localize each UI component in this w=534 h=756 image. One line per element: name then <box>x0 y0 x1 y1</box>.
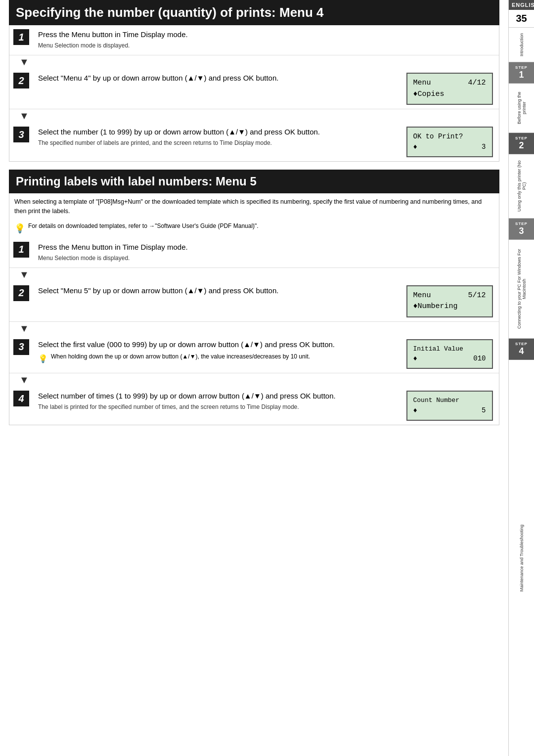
s2-step2-lcd: Menu 5/12 ♦Numbering <box>406 285 493 317</box>
step3-tab: STEP 3 <box>509 219 534 240</box>
s2-step2-main-text: Select "Menu 5" by up or down arrow butt… <box>38 285 395 296</box>
s2-step1-main-text: Press the Menu button in Time Display mo… <box>38 242 494 252</box>
section1-header: Specifying the number (quantity) of prin… <box>9 0 499 25</box>
s2-step2-number: 2 <box>13 285 29 301</box>
step3-lcd-value: 3 <box>482 142 486 152</box>
s2-step4-lcd-line2: ♦ 5 <box>413 405 486 416</box>
sidebar-maintenance: Maintenance and Troubleshooting <box>518 521 525 596</box>
page-number: 35 <box>509 10 534 28</box>
right-sidebar: ENGLISH 35 Introduction STEP 1 Before us… <box>508 0 534 756</box>
s2-step3-lcd-line1: Initial Value <box>413 344 486 354</box>
step3-lcd-line2: ♦ 3 <box>413 142 486 152</box>
s2-step3-content: Select the first value (000 to 999) by u… <box>33 335 400 373</box>
s2-step2-lcd-line1: Menu 5/12 <box>413 290 486 302</box>
step3-lcd-arrow: ♦ <box>413 142 417 152</box>
step1-sub-text: Menu Selection mode is displayed. <box>38 42 494 50</box>
arrow2: ▼ <box>9 109 499 123</box>
step2-number-col: 2 <box>9 69 33 109</box>
note-text: For details on downloaded templates, ref… <box>28 222 259 230</box>
main-content: Specifying the number (quantity) of prin… <box>0 0 508 442</box>
s2-step4-number: 4 <box>13 391 29 406</box>
step2-display: Menu 4/12 ♦Copies <box>400 69 499 109</box>
s2-step4-display: Count Number ♦ 5 <box>400 387 499 425</box>
s2-step3-lcd: Initial Value ♦ 010 <box>406 339 493 369</box>
s2-step3-lcd-arrow: ♦ <box>413 354 417 364</box>
step2-lcd: Menu 4/12 ♦Copies <box>406 73 493 105</box>
s2-step1-number: 1 <box>13 242 29 258</box>
s2-step2-content: Select "Menu 5" by up or down arrow butt… <box>33 281 400 321</box>
section1-step2: 2 Select "Menu 4" by up or down arrow bu… <box>9 69 499 109</box>
section1-step1: 1 Press the Menu button in Time Display … <box>9 25 499 55</box>
section2-step4: 4 Select number of times (1 to 999) by u… <box>9 387 499 425</box>
s2-step3-note: 💡 When holding down the up or down arrow… <box>38 353 395 364</box>
s2-step1-sub-text: Menu Selection mode is displayed. <box>38 254 494 263</box>
s2-step2-display: Menu 5/12 ♦Numbering <box>400 281 499 321</box>
step1-tab: STEP 1 <box>509 62 534 84</box>
step1-number-col: 1 <box>9 25 33 55</box>
note-icon: 💡 <box>14 223 25 234</box>
section2-step1: 1 Press the Menu button in Time Display … <box>9 238 499 268</box>
section2-steps: 1 Press the Menu button in Time Display … <box>9 238 499 425</box>
step3-lcd: OK to Print? ♦ 3 <box>406 127 493 157</box>
s2-arrow3: ▼ <box>9 373 499 387</box>
step1-number: 1 <box>13 29 29 45</box>
s2-step2-menu: Menu <box>413 290 431 302</box>
sidebar-using-printer: Using only this printer (No PC) <box>516 154 528 218</box>
s2-step2-page: 5/12 <box>468 290 486 302</box>
section2-intro: When selecting a template of "[P08]Msg+N… <box>9 193 499 220</box>
sidebar-before-printer: Before using the printer <box>516 84 528 133</box>
s2-step2-number-col: 2 <box>9 281 33 321</box>
s2-step4-main-text: Select number of times (1 to 999) by up … <box>38 391 395 401</box>
step2-lcd-line1: Menu 4/12 <box>413 78 486 89</box>
s2-step3-note-text: When holding down the up or down arrow b… <box>51 353 310 361</box>
s2-step4-content: Select number of times (1 to 999) by up … <box>33 387 400 425</box>
section2-step3: 3 Select the first value (000 to 999) by… <box>9 335 499 374</box>
sidebar-language-label: ENGLISH <box>509 0 534 10</box>
s2-step4-number-col: 4 <box>9 387 33 425</box>
section1-steps: 1 Press the Menu button in Time Display … <box>9 25 499 162</box>
section1-step3: 3 Select the number (1 to 999) by up or … <box>9 123 499 161</box>
step3-number-col: 3 <box>9 123 33 161</box>
s2-step3-display: Initial Value ♦ 010 <box>400 335 499 373</box>
step3-lcd-line1: OK to Print? <box>413 132 486 142</box>
step2-lcd-line2: ♦Copies <box>413 89 486 100</box>
s2-arrow1: ▼ <box>9 268 499 281</box>
s2-step4-lcd-arrow: ♦ <box>413 405 417 416</box>
arrow1: ▼ <box>9 55 499 69</box>
step2-content: Select "Menu 4" by up or down arrow butt… <box>33 69 400 109</box>
section2-header: Printing labels with label numbers: Menu… <box>9 170 499 193</box>
section2-note: 💡 For details on downloaded templates, r… <box>9 220 499 238</box>
step3-display: OK to Print? ♦ 3 <box>400 123 499 161</box>
step4-tab: STEP 4 <box>509 339 534 360</box>
step1-main-text: Press the Menu button in Time Display mo… <box>38 29 494 40</box>
s2-step3-lcd-line2: ♦ 010 <box>413 354 486 364</box>
s2-step3-number-col: 3 <box>9 335 33 373</box>
s2-step1-number-col: 1 <box>9 238 33 267</box>
step2-tab: STEP 2 <box>509 133 534 154</box>
step2-lcd-menu: Menu <box>413 78 431 89</box>
step1-content: Press the Menu button in Time Display mo… <box>33 25 499 55</box>
s2-step4-lcd: Count Number ♦ 5 <box>406 391 493 421</box>
sidebar-intro: Introduction <box>518 29 525 60</box>
s2-step4-lcd-line1: Count Number <box>413 396 486 405</box>
step3-main-text: Select the number (1 to 999) by up or do… <box>38 127 395 137</box>
step3-number: 3 <box>13 127 29 142</box>
step3-content: Select the number (1 to 999) by up or do… <box>33 123 400 161</box>
step3-sub-text: The specified number of labels are print… <box>38 139 395 147</box>
s2-arrow2: ▼ <box>9 322 499 335</box>
s2-step3-main-text: Select the first value (000 to 999) by u… <box>38 339 395 350</box>
s2-step3-note-icon: 💡 <box>38 354 48 364</box>
step2-lcd-page: 4/12 <box>468 78 486 89</box>
s2-step3-lcd-value: 010 <box>473 354 486 364</box>
s2-step1-content: Press the Menu button in Time Display mo… <box>33 238 499 267</box>
step2-number: 2 <box>13 73 29 89</box>
s2-step2-lcd-line2: ♦Numbering <box>413 301 486 312</box>
step2-main-text: Select "Menu 4" by up or down arrow butt… <box>38 73 395 83</box>
sidebar-connecting-pc: Connecting to your PC For Windows For Ma… <box>516 240 528 338</box>
s2-step3-number: 3 <box>13 339 29 355</box>
s2-step4-lcd-value: 5 <box>482 405 486 416</box>
section2-step2: 2 Select "Menu 5" by up or down arrow bu… <box>9 281 499 322</box>
s2-step4-sub-text: The label is printed for the specified n… <box>38 403 395 411</box>
